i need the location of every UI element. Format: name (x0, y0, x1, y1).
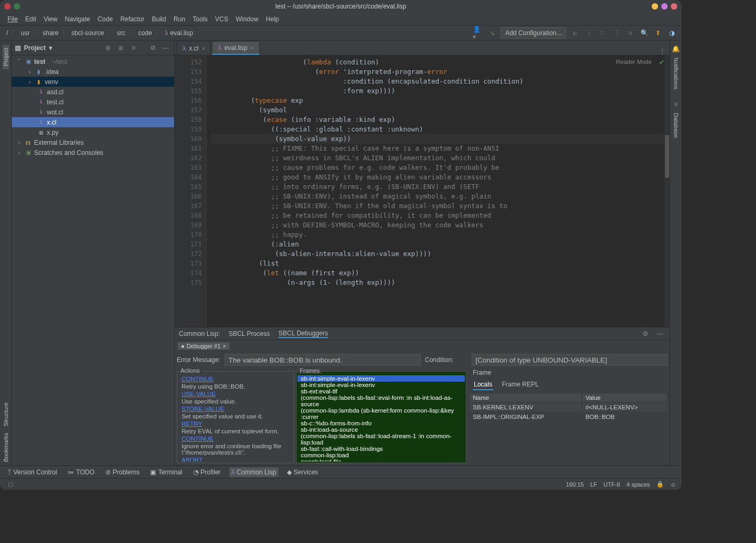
menu-code[interactable]: Code (94, 14, 116, 24)
menu-navigate[interactable]: Navigate (62, 14, 93, 24)
tab-sbcl-process[interactable]: SBCL Process (228, 330, 270, 338)
action-item[interactable]: Use specified value. (178, 398, 292, 405)
editor[interactable]: 1521531541551561571581591601611621631641… (175, 55, 670, 327)
profile-icon[interactable]: ⤴ (611, 28, 622, 38)
debug-icon[interactable]: ⌖ (584, 28, 594, 38)
inspection-ok-icon[interactable]: ✔ (659, 59, 664, 66)
gear-icon[interactable]: ⚙ (147, 43, 158, 53)
tree-xcl[interactable]: λx.cl (12, 117, 174, 127)
action-item[interactable]: STORE-VALUE (178, 405, 292, 413)
tool-vc[interactable]: ᛘ Version Control (5, 467, 59, 477)
breadcrumb[interactable]: share (40, 28, 61, 38)
tree-scratch[interactable]: ›▣Scratches and Consoles (12, 147, 174, 158)
close-icon[interactable]: × (251, 45, 254, 51)
action-item[interactable]: ABORT (178, 456, 292, 462)
stop-icon[interactable]: ■ (625, 28, 636, 38)
tab-frame-repl[interactable]: Frame REPL (501, 380, 540, 390)
more-icon[interactable]: ⋮ (659, 47, 670, 55)
tool-problems[interactable]: ⊘ Problems (103, 467, 142, 477)
caret-position[interactable]: 160:15 (566, 481, 584, 488)
locate-icon[interactable]: ⊕ (103, 43, 113, 53)
tool-profiler[interactable]: ◔ Profiler (191, 467, 223, 477)
code-area[interactable]: (lambda (condition) (error 'interpreted-… (207, 55, 670, 327)
user-icon[interactable]: 👤▾ (473, 28, 483, 38)
rail-notifications[interactable]: Notifications (673, 54, 679, 93)
tree-test[interactable]: λtest.cl (12, 97, 174, 107)
menu-run[interactable]: Run (170, 14, 188, 24)
reader-mode-label[interactable]: Reader Mode (616, 59, 652, 65)
rail-structure[interactable]: Structure (3, 399, 9, 430)
sync-icon[interactable]: ⬆ (653, 28, 663, 38)
action-item[interactable]: RETRY (178, 420, 292, 427)
search-icon[interactable]: 🔍 (639, 28, 650, 38)
menu-refactor[interactable]: Refactor (117, 14, 147, 24)
frame-item[interactable]: (common-lisp:labels sb-fasl::load-stream… (298, 433, 465, 446)
frame-item[interactable]: (common-lisp:lambda (sb-kernel:form comm… (298, 407, 465, 420)
collapse-icon[interactable]: ≡ (128, 43, 139, 53)
hammer-icon[interactable]: ↘ (487, 28, 497, 38)
run-icon[interactable]: ▶ (570, 28, 580, 38)
frame-item[interactable]: sb-int:simple-eval-in-lexenv (298, 382, 465, 388)
menu-tools[interactable]: Tools (190, 14, 211, 24)
menu-help[interactable]: Help (262, 14, 282, 24)
tab-eval[interactable]: λeval.lisp× (212, 41, 260, 55)
frame-item[interactable]: common-lisp:load (298, 452, 465, 458)
frame-item[interactable]: sb-fasl::call-with-load-bindings (298, 446, 465, 452)
indent[interactable]: 4 spaces (627, 481, 650, 488)
breadcrumb[interactable]: code (136, 28, 154, 38)
condition-field[interactable] (472, 354, 668, 366)
debugger-tab[interactable]: ● Debugger #1 × (178, 342, 229, 350)
coverage-icon[interactable]: ↻ (597, 28, 608, 38)
menu-vcs[interactable]: VCS (212, 14, 232, 24)
action-item[interactable]: CONTINUE (178, 435, 292, 442)
tree-root[interactable]: ˅▣ test ~/test (12, 56, 174, 67)
tree-extlib[interactable]: ›⫿⫿External Libraries (12, 137, 174, 147)
breadcrumb[interactable]: usr (19, 28, 32, 38)
hide-icon[interactable]: — (655, 328, 665, 339)
frame-item[interactable]: sb-ext:eval-tlf (298, 388, 465, 394)
menu-build[interactable]: Build (149, 14, 169, 24)
tree-wot[interactable]: λwot.cl (12, 107, 174, 117)
menu-view[interactable]: View (40, 14, 61, 24)
action-item[interactable]: Set specified value and use it. (178, 413, 292, 420)
menu-edit[interactable]: Edit (22, 14, 39, 24)
rail-bookmarks[interactable]: Bookmarks (3, 430, 9, 465)
tool-terminal[interactable]: ▣ Terminal (148, 467, 184, 477)
tab-sbcl-debuggers[interactable]: SBCL Debuggers (278, 330, 328, 338)
action-item[interactable]: USE-VALUE (178, 390, 292, 398)
action-item[interactable]: Ignore error and continue loading file \… (178, 442, 292, 456)
frame-item[interactable]: sb-int:simple-eval-in-lexenv (298, 375, 465, 382)
action-item[interactable]: Retry using BOB::BOB. (178, 383, 292, 390)
close-icon[interactable]: × (202, 45, 205, 52)
action-item[interactable]: CONTINUE (178, 375, 292, 383)
tab-xcl[interactable]: λx.cl× (177, 41, 211, 55)
tool-lisp[interactable]: λ Common Lisp (229, 467, 278, 477)
rail-project[interactable]: Project (3, 45, 9, 69)
breadcrumb[interactable]: src (114, 28, 127, 38)
tool-todo[interactable]: ≔ TODO (65, 467, 96, 477)
ide-settings-icon[interactable]: ◑ (667, 28, 677, 38)
menu-window[interactable]: Window (233, 14, 262, 24)
tree-xpy[interactable]: ▦x.py (12, 127, 174, 137)
frame-item[interactable]: (common-lisp:labels sb-fasl::eval-form :… (298, 394, 465, 407)
breadcrumb[interactable]: sbcl-source (69, 28, 106, 38)
action-item[interactable]: Retry EVAL of current toplevel form. (178, 427, 292, 435)
tab-locals[interactable]: Locals (473, 380, 494, 390)
error-message-field[interactable] (225, 354, 421, 366)
breadcrumb[interactable]: / (4, 28, 10, 38)
frame-item[interactable]: swank:load-file (298, 458, 465, 462)
scrollbar[interactable] (664, 55, 670, 327)
line-ending[interactable]: LF (590, 481, 597, 488)
frame-item[interactable]: sb-int:load-as-source (298, 426, 465, 433)
ide-status-icon[interactable]: ☺ (670, 481, 676, 488)
tree-asd[interactable]: λasd.cl (12, 87, 174, 97)
breadcrumb[interactable]: λeval.lisp (162, 28, 195, 38)
hide-icon[interactable]: — (160, 43, 171, 53)
menu-file[interactable]: File (4, 14, 21, 24)
locals-row[interactable]: SB-IMPL::ORIGINAL-EXPBOB::BOB (470, 413, 667, 421)
expand-icon[interactable]: ≣ (116, 43, 126, 53)
tree-idea[interactable]: ›▮.idea (12, 67, 174, 77)
sidebar-title[interactable]: ▤ Project ▾ (15, 44, 52, 52)
add-configuration-button[interactable]: Add Configuration... (500, 27, 566, 39)
locals-row[interactable]: SB-KERNEL:LEXENV#<NULL-LEXENV> (470, 403, 667, 412)
